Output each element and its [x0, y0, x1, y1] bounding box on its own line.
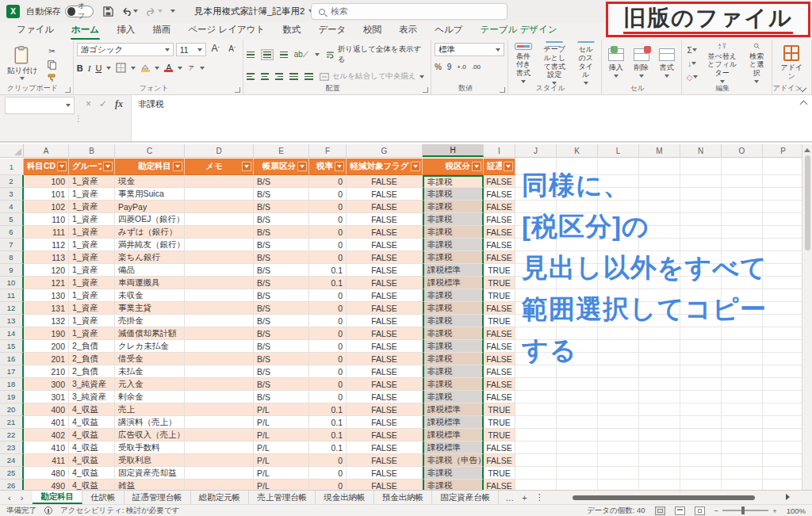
- cell-D25[interactable]: [185, 467, 254, 480]
- active-cell-H2[interactable]: 非課税: [423, 175, 484, 188]
- cell-P7[interactable]: [763, 239, 804, 251]
- cell-P12[interactable]: [763, 302, 804, 315]
- cell-K20[interactable]: [557, 403, 598, 416]
- cell-A9[interactable]: 120: [24, 264, 69, 277]
- filter-dropdown-icon[interactable]: [242, 162, 251, 171]
- cell-N18[interactable]: [680, 378, 722, 391]
- cell-H8[interactable]: 非課税: [423, 251, 484, 264]
- cell-K23[interactable]: [557, 441, 598, 454]
- cell-C9[interactable]: 備品: [115, 264, 185, 277]
- cell-J19[interactable]: [515, 391, 557, 403]
- ribbon-tab-校閲[interactable]: 校閲: [354, 21, 390, 40]
- cell-A11[interactable]: 130: [24, 289, 69, 302]
- cell-E3[interactable]: B/S: [254, 188, 309, 201]
- cell-N21[interactable]: [680, 416, 722, 429]
- cell-P2[interactable]: [763, 175, 804, 188]
- cell-B24[interactable]: 4_収益: [69, 454, 115, 467]
- zoom-knob[interactable]: [741, 506, 745, 514]
- cell-C19[interactable]: 剰余金: [115, 391, 185, 403]
- row-header-17[interactable]: 17: [0, 365, 24, 378]
- cell-E6[interactable]: B/S: [254, 226, 309, 239]
- cell-C24[interactable]: 受取利息: [115, 454, 185, 467]
- cell-A26[interactable]: 490: [24, 480, 69, 490]
- cell-G24[interactable]: FALSE: [347, 454, 423, 467]
- column-header-C[interactable]: C: [115, 144, 185, 157]
- cell-P24[interactable]: [763, 454, 804, 467]
- cell-E22[interactable]: P/L: [254, 429, 309, 441]
- cell-I10[interactable]: TRUE: [484, 277, 515, 289]
- cell-P26[interactable]: [763, 480, 804, 490]
- cell-F13[interactable]: 0: [309, 315, 347, 327]
- row-header-16[interactable]: 16: [0, 353, 24, 365]
- wrap-text-button[interactable]: 折り返して全体を表示する: [326, 44, 427, 65]
- cell-F19[interactable]: 0: [309, 391, 347, 403]
- cell-C25[interactable]: 固定資産売却益: [115, 467, 185, 480]
- phonetic-guide-button[interactable]: ァ: [187, 63, 194, 73]
- cell-A3[interactable]: 101: [24, 188, 69, 201]
- paste-button[interactable]: 貼り付け: [3, 43, 41, 83]
- row-header-25[interactable]: 25: [0, 467, 24, 480]
- cell-B2[interactable]: 1_資産: [69, 175, 115, 188]
- align-bottom-icon[interactable]: [280, 52, 288, 59]
- cell-G15[interactable]: FALSE: [347, 340, 423, 353]
- cell-H23[interactable]: 課税標準: [423, 441, 484, 454]
- font-name-select[interactable]: 游ゴシック: [77, 43, 174, 56]
- document-title[interactable]: 見本用複式家計簿_記事用2: [194, 6, 313, 17]
- cell-G8[interactable]: FALSE: [347, 251, 423, 264]
- column-header-O[interactable]: O: [722, 144, 763, 157]
- cell-D15[interactable]: [185, 340, 254, 353]
- cell-B5[interactable]: 1_資産: [69, 213, 115, 226]
- cell-I22[interactable]: TRUE: [484, 429, 515, 441]
- cell-I23[interactable]: FALSE: [484, 441, 515, 454]
- fill-color-button[interactable]: [140, 64, 150, 72]
- row-header-4[interactable]: 4: [0, 201, 24, 213]
- search-box[interactable]: 検索: [311, 3, 508, 20]
- cell-E19[interactable]: B/S: [254, 391, 309, 403]
- cell-E26[interactable]: P/L: [254, 480, 309, 490]
- cell-F4[interactable]: 0: [309, 201, 347, 213]
- cell-L25[interactable]: [598, 467, 639, 480]
- cell-O26[interactable]: [722, 480, 763, 490]
- cell-L21[interactable]: [598, 416, 639, 429]
- column-header-F[interactable]: F: [309, 144, 347, 157]
- table-header-H[interactable]: 税区分: [423, 159, 484, 175]
- cell-J26[interactable]: [515, 480, 557, 490]
- column-header-K[interactable]: K: [557, 144, 598, 157]
- align-middle-icon[interactable]: [261, 49, 274, 61]
- table-header-C[interactable]: 勘定科目: [115, 159, 185, 175]
- cell-D22[interactable]: [185, 429, 254, 441]
- cell-F20[interactable]: 0.1: [309, 403, 347, 416]
- align-top-icon[interactable]: [247, 52, 255, 59]
- cell-F14[interactable]: 0: [309, 327, 347, 340]
- column-header-L[interactable]: L: [598, 144, 639, 157]
- cell-E18[interactable]: B/S: [254, 378, 309, 391]
- cell-A13[interactable]: 132: [24, 315, 69, 327]
- sheet-tab-勘定科目[interactable]: 勘定科目: [33, 491, 82, 504]
- cell-A18[interactable]: 300: [24, 378, 69, 391]
- more-sheets-button[interactable]: …: [505, 493, 514, 503]
- number-dialog-launcher-icon[interactable]: [500, 87, 505, 93]
- cell-P19[interactable]: [763, 391, 804, 403]
- comma-style-button[interactable]: 9: [447, 63, 452, 71]
- cell-D18[interactable]: [185, 378, 254, 391]
- bold-button[interactable]: B: [77, 63, 83, 73]
- cell-L24[interactable]: [598, 454, 639, 467]
- cell-E21[interactable]: P/L: [254, 416, 309, 429]
- row-header-11[interactable]: 11: [0, 289, 24, 302]
- cell-F22[interactable]: 0.1: [309, 429, 347, 441]
- column-header-J[interactable]: J: [515, 144, 557, 157]
- cell-N24[interactable]: [680, 454, 722, 467]
- number-format-select[interactable]: 標準: [435, 43, 504, 56]
- autosum-button[interactable]: Σ: [685, 44, 699, 55]
- cell-D5[interactable]: [185, 213, 254, 226]
- column-header-A[interactable]: A: [24, 144, 69, 157]
- cell-I5[interactable]: FALSE: [484, 213, 515, 226]
- row-header-15[interactable]: 15: [0, 340, 24, 353]
- cell-L18[interactable]: [598, 378, 639, 391]
- table-header-A[interactable]: 科目CD: [24, 159, 69, 175]
- cell-E15[interactable]: B/S: [254, 340, 309, 353]
- cell-D12[interactable]: [185, 302, 254, 315]
- cell-B20[interactable]: 4_収益: [69, 403, 115, 416]
- ribbon-tab-データ[interactable]: データ: [309, 21, 354, 40]
- increase-indent-icon[interactable]: [304, 73, 313, 80]
